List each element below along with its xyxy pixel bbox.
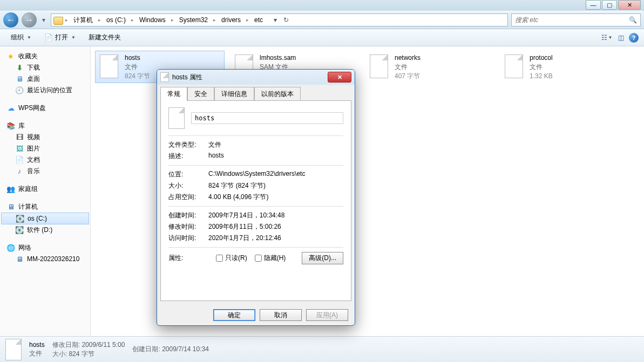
sidebar-item-desktop[interactable]: 🖥桌面 [0, 73, 90, 85]
details-modified: 2009/6/11 5:00 [82, 341, 125, 349]
search-icon[interactable]: 🔍 [629, 16, 637, 24]
open-button[interactable]: 📄打开▼ [39, 31, 81, 44]
tab-previous-versions[interactable]: 以前的版本 [254, 87, 301, 101]
sidebar-item-document[interactable]: 📄文档 [0, 154, 90, 166]
breadcrumb-etc[interactable]: etc [251, 15, 266, 25]
forward-button[interactable]: → [22, 12, 37, 28]
address-bar[interactable]: ▸ 计算机▸ os (C:)▸ Windows▸ System32▸ drive… [51, 13, 508, 26]
chevron-right-icon[interactable]: ▸ [246, 17, 249, 23]
sidebar-favorites[interactable]: ★收藏夹 [0, 51, 90, 62]
view-options-button[interactable]: ☷▼ [601, 32, 613, 44]
sidebar-item-picture[interactable]: 🖼图片 [0, 143, 90, 154]
chevron-right-icon[interactable]: ▸ [65, 17, 68, 23]
homegroup-icon: 👥 [6, 185, 15, 194]
file-icon [168, 107, 185, 129]
computer-icon: 🖥 [15, 255, 24, 263]
folder-icon [53, 15, 63, 25]
properties-dialog: hosts 属性 ✕ 常规 安全 详细信息 以前的版本 hosts 文件类型:文… [157, 69, 355, 326]
star-icon: ★ [6, 52, 15, 61]
file-item[interactable]: protocol文件1.32 KB [500, 51, 629, 83]
sidebar-item-downloads[interactable]: ⬇下载 [0, 62, 90, 73]
breadcrumb-os[interactable]: os (C:) [103, 15, 129, 25]
tab-panel-general: hosts 文件类型:文件 描述:hosts 位置:C:\Windows\Sys… [160, 100, 351, 301]
chevron-right-icon[interactable]: ▸ [98, 17, 101, 23]
sidebar-libraries[interactable]: 📚库 [0, 120, 90, 132]
dialog-titlebar[interactable]: hosts 属性 ✕ [157, 70, 355, 85]
chevron-right-icon[interactable]: ▸ [171, 17, 174, 23]
prop-size-on-disk: 4.00 KB (4,096 字节) [208, 193, 343, 202]
details-pane: hosts 文件 修改日期: 2009/6/11 5:00 大小: 824 字节… [0, 336, 644, 362]
sidebar-item-os-drive[interactable]: 💽os (C:) [1, 213, 89, 224]
search-input[interactable]: 搜索 etc 🔍 [511, 13, 641, 26]
recent-icon: 🕘 [15, 86, 24, 95]
picture-icon: 🖼 [15, 145, 24, 153]
file-item[interactable]: networks文件407 字节 [365, 51, 494, 83]
details-size: 824 字节 [69, 350, 94, 358]
sidebar-item-machine[interactable]: 🖥MM-20220326210 [0, 254, 90, 264]
organize-button[interactable]: 组织▼ [5, 31, 37, 44]
sidebar-wps[interactable]: ☁WPS网盘 [0, 103, 90, 114]
chevron-right-icon[interactable]: ▸ [131, 17, 134, 23]
sidebar-item-soft-drive[interactable]: 💽软件 (D:) [0, 224, 90, 236]
new-folder-button[interactable]: 新建文件夹 [83, 31, 126, 44]
filename-input[interactable]: hosts [191, 112, 343, 124]
window-close-button[interactable]: ✕ [618, 0, 641, 10]
breadcrumb-windows[interactable]: Windows [136, 15, 169, 25]
minimize-button[interactable]: — [586, 0, 601, 10]
breadcrumb-drivers[interactable]: drivers [218, 15, 244, 25]
address-dropdown-icon[interactable]: ▾ [270, 15, 280, 25]
sidebar-network[interactable]: 🌐网络 [0, 242, 90, 254]
file-name: lmhosts.sam [260, 53, 296, 63]
help-icon[interactable]: ? [629, 33, 639, 43]
tab-security[interactable]: 安全 [187, 87, 214, 101]
cloud-icon: ☁ [6, 104, 15, 113]
prop-filetype: 文件 [208, 140, 343, 149]
file-icon [505, 54, 523, 78]
hidden-checkbox[interactable]: 隐藏(H) [255, 254, 286, 263]
prop-created: 2009年7月14日，10:34:48 [208, 211, 343, 220]
library-icon: 📚 [6, 122, 15, 131]
cancel-button[interactable]: 取消 [260, 309, 302, 321]
apply-button[interactable]: 应用(A) [306, 309, 348, 321]
dialog-close-button[interactable]: ✕ [328, 72, 351, 83]
video-icon: 🎞 [15, 133, 24, 142]
sidebar-item-recent[interactable]: 🕘最近访问的位置 [0, 85, 90, 96]
sidebar-item-video[interactable]: 🎞视频 [0, 132, 90, 143]
navigation-pane: ★收藏夹 ⬇下载 🖥桌面 🕘最近访问的位置 ☁WPS网盘 📚库 🎞视频 🖼图片 … [0, 46, 91, 336]
history-dropdown[interactable]: ▾ [40, 14, 48, 26]
file-size: 824 字节 [125, 72, 150, 81]
sidebar-item-music[interactable]: ♪音乐 [0, 166, 90, 177]
prop-size: 824 字节 (824 字节) [208, 181, 343, 190]
maximize-button[interactable]: ▢ [602, 0, 617, 10]
advanced-button[interactable]: 高级(D)... [302, 252, 343, 264]
back-button[interactable]: ← [3, 12, 18, 28]
file-type: 文件 [125, 63, 150, 72]
breadcrumb-computer[interactable]: 计算机 [70, 15, 96, 26]
file-size: 407 字节 [395, 72, 421, 81]
details-created: 2009/7/14 10:34 [162, 345, 209, 353]
file-name: hosts [125, 53, 150, 63]
dialog-title: hosts 属性 [172, 73, 202, 82]
network-icon: 🌐 [6, 244, 15, 252]
file-icon [370, 54, 388, 78]
prop-modified: 2009年6月11日，5:00:26 [208, 222, 343, 231]
breadcrumb-system32[interactable]: System32 [176, 15, 211, 25]
sidebar-homegroup[interactable]: 👥家庭组 [0, 183, 90, 195]
sidebar-computer[interactable]: 🖥计算机 [0, 201, 90, 213]
refresh-icon[interactable]: ↻ [281, 15, 291, 25]
dialog-tabs: 常规 安全 详细信息 以前的版本 [157, 85, 355, 101]
download-icon: ⬇ [15, 64, 24, 72]
command-bar: 组织▼ 📄打开▼ 新建文件夹 ☷▼ ◫ ? [0, 29, 644, 46]
music-icon: ♪ [15, 167, 24, 176]
file-type: 文件 [395, 63, 421, 72]
tab-general[interactable]: 常规 [160, 87, 187, 101]
navigation-bar: ← → ▾ ▸ 计算机▸ os (C:)▸ Windows▸ System32▸… [0, 11, 644, 29]
file-icon [160, 72, 169, 82]
preview-pane-button[interactable]: ◫ [615, 32, 627, 44]
readonly-checkbox[interactable]: 只读(R) [216, 254, 247, 263]
prop-location: C:\Windows\System32\drivers\etc [208, 170, 343, 179]
tab-details[interactable]: 详细信息 [214, 87, 254, 101]
ok-button[interactable]: 确定 [213, 309, 255, 321]
chevron-right-icon[interactable]: ▸ [213, 17, 216, 23]
prop-description: hosts [208, 152, 343, 161]
